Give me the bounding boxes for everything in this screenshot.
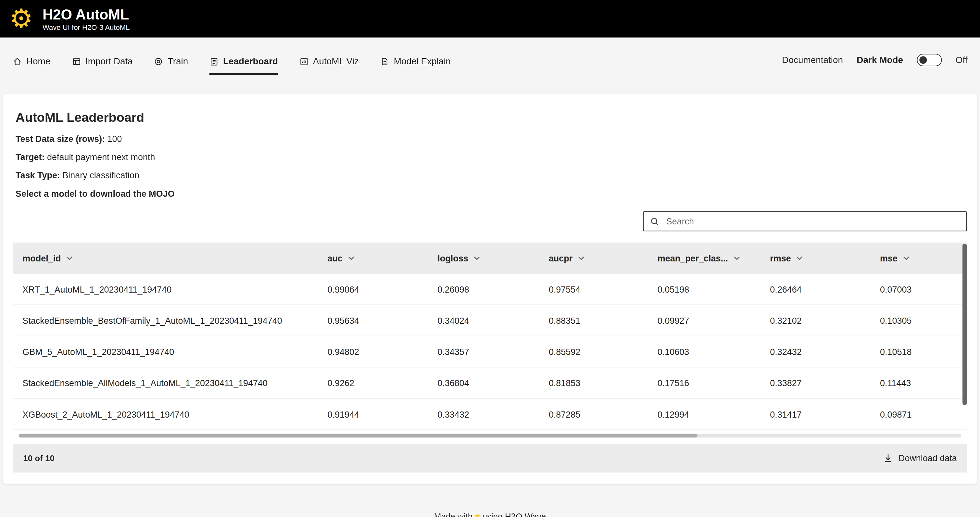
column-header-logloss[interactable]: logloss (428, 243, 539, 274)
column-header-auc[interactable]: auc (318, 243, 428, 274)
footer-text-prefix: Made with (434, 512, 473, 517)
download-label: Download data (899, 453, 957, 463)
column-label: aucpr (549, 253, 573, 263)
nav-bar: Home Import Data Train Leaderboard AutoM… (0, 37, 980, 75)
h2o-gear-logo-icon: ⚙ (8, 6, 35, 32)
brand: H2O AutoML Wave UI for H2O-3 AutoML (43, 6, 130, 32)
select-model-prompt: Select a model to download the MOJO (16, 189, 964, 199)
dark-mode-label: Dark Mode (857, 55, 903, 65)
nav-tab-train[interactable]: Train (154, 56, 188, 75)
app-title: H2O AutoML (43, 6, 130, 23)
nav-tab-model-explain[interactable]: Model Explain (380, 56, 451, 75)
nav-tab-label: Train (168, 56, 188, 66)
metric-cell: 0.81853 (539, 367, 648, 398)
table-row[interactable]: XGBoost_2_AutoML_1_20230411_1947400.9194… (13, 399, 967, 430)
column-header-model_id[interactable]: model_id (13, 243, 318, 274)
model-id-cell: XRT_1_AutoML_1_20230411_194740 (13, 274, 318, 304)
row-count: 10 of 10 (23, 453, 54, 463)
horizontal-scrollbar-track (19, 434, 961, 438)
table-row[interactable]: XRT_1_AutoML_1_20230411_1947400.990640.2… (13, 274, 967, 305)
search-row (13, 212, 967, 232)
model-id-cell: GBM_5_AutoML_1_20230411_194740 (13, 336, 318, 367)
nav-tab-label: AutoML Viz (313, 56, 359, 66)
app-header: ⚙ H2O AutoML Wave UI for H2O-3 AutoML (0, 0, 980, 37)
chevron-down-icon (474, 256, 480, 260)
metric-cell: 0.10603 (648, 336, 760, 367)
metric-cell: 0.05198 (648, 274, 760, 304)
table-footer: 10 of 10 Download data (13, 444, 967, 473)
info-label: Target: (16, 152, 45, 162)
table-row[interactable]: StackedEnsemble_BestOfFamily_1_AutoML_1_… (13, 305, 967, 336)
metric-cell: 0.09871 (870, 399, 967, 430)
column-label: model_id (22, 253, 61, 263)
page-footer: Made with ♥ using H2O Wave (0, 511, 980, 517)
metric-cell: 0.26464 (760, 274, 870, 304)
info-target: Target: default payment next month (16, 152, 964, 162)
automl-viz-icon (299, 57, 309, 66)
nav-tab-import-data[interactable]: Import Data (72, 56, 133, 75)
download-icon (883, 453, 893, 463)
h2o-wave-link[interactable]: H2O Wave (505, 512, 546, 517)
column-header-mean_per_clas[interactable]: mean_per_clas... (648, 243, 760, 274)
metric-cell: 0.9262 (318, 367, 428, 398)
column-label: rmse (770, 253, 791, 263)
documentation-link[interactable]: Documentation (782, 55, 843, 65)
nav-tab-leaderboard[interactable]: Leaderboard (210, 56, 278, 75)
chevron-down-icon (578, 256, 584, 260)
metric-cell: 0.97554 (539, 274, 648, 304)
nav-utilities: Documentation Dark Mode Off (782, 54, 967, 75)
dark-mode-toggle[interactable] (917, 54, 942, 66)
download-data-button[interactable]: Download data (883, 453, 957, 463)
metric-cell: 0.10518 (870, 336, 967, 367)
column-header-rmse[interactable]: rmse (760, 243, 870, 274)
metric-cell: 0.10305 (870, 305, 967, 336)
metric-cell: 0.88351 (539, 305, 648, 336)
train-icon (154, 57, 163, 66)
metric-cell: 0.85592 (539, 336, 648, 367)
metric-cell: 0.11443 (870, 367, 967, 398)
metric-cell: 0.87285 (539, 399, 648, 430)
page: ⚙ H2O AutoML Wave UI for H2O-3 AutoML Ho… (0, 0, 980, 517)
table-row[interactable]: StackedEnsemble_AllModels_1_AutoML_1_202… (13, 367, 967, 399)
metric-cell: 0.94802 (318, 336, 428, 367)
nav-tab-label: Model Explain (394, 56, 451, 66)
info-label: Test Data size (rows): (16, 134, 105, 144)
metric-cell: 0.36804 (428, 367, 539, 398)
column-label: auc (328, 253, 342, 263)
column-label: mse (880, 253, 897, 263)
table-row[interactable]: GBM_5_AutoML_1_20230411_1947400.948020.3… (13, 336, 967, 367)
info-test-data-size: Test Data size (rows): 100 (16, 134, 964, 144)
nav-tab-automl-viz[interactable]: AutoML Viz (299, 56, 359, 75)
info-value: Binary classification (62, 170, 139, 180)
table-header-row: model_idaucloglossaucprmean_per_clas...r… (13, 243, 967, 274)
info-value: 100 (108, 134, 122, 144)
import-data-icon (72, 57, 81, 66)
metric-cell: 0.12994 (648, 399, 760, 430)
chevron-down-icon (348, 256, 354, 260)
horizontal-scrollbar-thumb[interactable] (19, 434, 697, 438)
vertical-scrollbar[interactable] (963, 244, 967, 405)
chevron-down-icon (903, 256, 909, 260)
metric-cell: 0.33827 (760, 367, 870, 398)
nav-tabs: Home Import Data Train Leaderboard AutoM… (12, 56, 451, 75)
model-id-cell: StackedEnsemble_AllModels_1_AutoML_1_202… (13, 367, 318, 398)
footer-text-middle: using (482, 512, 503, 517)
metric-cell: 0.95634 (318, 305, 428, 336)
metric-cell: 0.07003 (870, 274, 967, 304)
chevron-down-icon (797, 256, 803, 260)
nav-tab-label: Home (26, 56, 50, 66)
metric-cell: 0.31417 (760, 399, 870, 430)
home-icon (12, 57, 22, 66)
search-box[interactable] (643, 212, 967, 232)
model-explain-icon (380, 57, 389, 66)
leaderboard-table: model_idaucloglossaucprmean_per_clas...r… (13, 243, 967, 430)
column-header-aucpr[interactable]: aucpr (539, 243, 648, 274)
column-label: logloss (438, 253, 468, 263)
metric-cell: 0.32102 (760, 305, 870, 336)
nav-tab-home[interactable]: Home (12, 56, 50, 75)
metric-cell: 0.91944 (318, 399, 428, 430)
search-input[interactable] (665, 216, 961, 227)
heart-icon: ♥ (475, 511, 480, 517)
column-header-mse[interactable]: mse (870, 243, 967, 274)
metric-cell: 0.09927 (648, 305, 760, 336)
